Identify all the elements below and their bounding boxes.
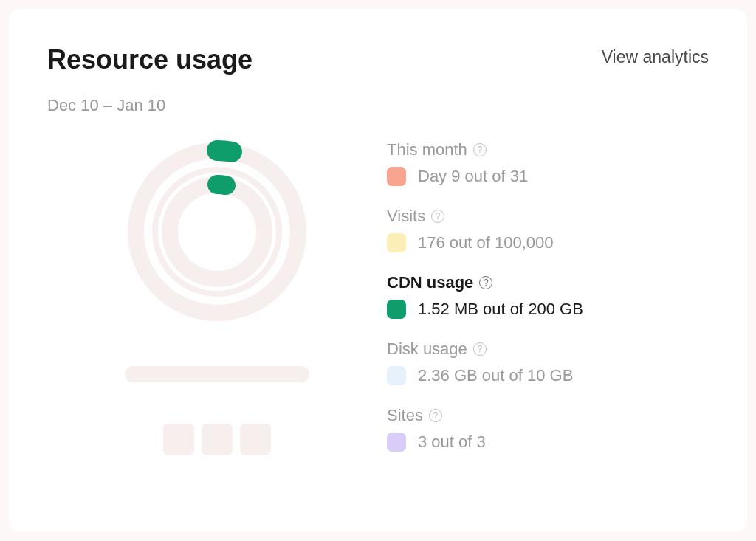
skeleton-square	[163, 424, 194, 455]
legend-title: Sites	[387, 406, 423, 425]
legend-title: Disk usage	[387, 340, 467, 359]
skeleton-bar	[125, 366, 309, 382]
card-content: This month ? Day 9 out of 31 Visits ? 17…	[47, 136, 709, 455]
legend-item-cdn-usage[interactable]: CDN usage ? 1.52 MB out of 200 GB	[387, 273, 709, 319]
legend-item-sites[interactable]: Sites ? 3 out of 3	[387, 406, 709, 452]
skeleton-square	[202, 424, 233, 455]
view-analytics-link[interactable]: View analytics	[602, 44, 709, 67]
legend-swatch	[387, 300, 406, 319]
skeleton-square	[240, 424, 271, 455]
legend-swatch	[387, 366, 406, 385]
legend-title: This month	[387, 140, 467, 159]
legend-title: CDN usage	[387, 273, 473, 292]
help-icon[interactable]: ?	[473, 342, 487, 356]
legend-value: Day 9 out of 31	[418, 167, 528, 186]
legend-item-visits[interactable]: Visits ? 176 out of 100,000	[387, 207, 709, 252]
card-title: Resource usage	[47, 44, 252, 75]
legend-title: Visits	[387, 207, 425, 226]
legend-value: 176 out of 100,000	[418, 233, 554, 252]
legend-value: 1.52 MB out of 200 GB	[418, 300, 583, 319]
date-range: Dec 10 – Jan 10	[47, 96, 709, 115]
help-icon[interactable]: ?	[479, 276, 492, 289]
usage-rings-chart	[121, 136, 313, 328]
card-header: Resource usage View analytics	[47, 44, 709, 75]
legend-value: 2.36 GB out of 10 GB	[418, 366, 573, 385]
help-icon[interactable]: ?	[473, 143, 487, 156]
legend-item-this-month[interactable]: This month ? Day 9 out of 31	[387, 140, 709, 186]
cdn-inner-segment	[217, 185, 226, 185]
legend-swatch	[387, 167, 406, 186]
chart-column	[47, 136, 387, 455]
help-icon[interactable]: ?	[431, 210, 444, 223]
legend-swatch	[387, 433, 406, 452]
legend-item-disk-usage[interactable]: Disk usage ? 2.36 GB out of 10 GB	[387, 340, 709, 385]
skeleton-squares	[163, 424, 271, 455]
svg-point-2	[170, 185, 264, 279]
help-icon[interactable]: ?	[429, 409, 442, 422]
legend-swatch	[387, 233, 406, 252]
legend-value: 3 out of 3	[418, 433, 486, 452]
usage-legend: This month ? Day 9 out of 31 Visits ? 17…	[387, 136, 709, 455]
resource-usage-card: Resource usage View analytics Dec 10 – J…	[9, 9, 747, 532]
cdn-ring-segment	[217, 151, 232, 152]
